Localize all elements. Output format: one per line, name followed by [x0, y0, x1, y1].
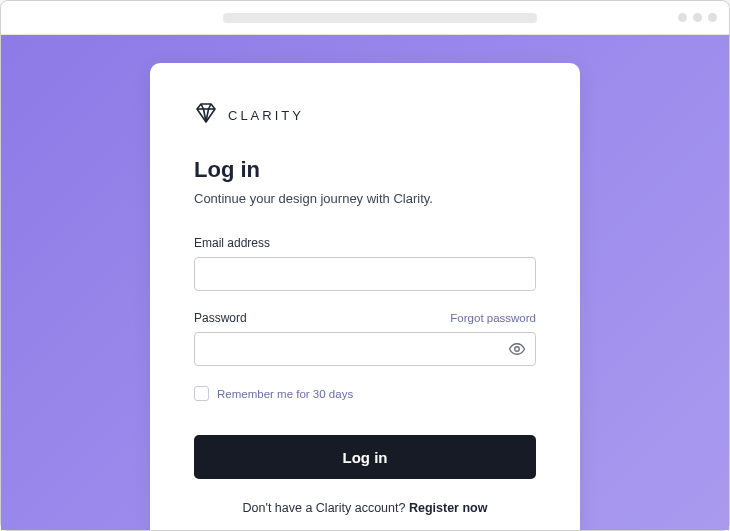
eye-icon[interactable]: [508, 340, 526, 358]
page-title: Log in: [194, 157, 536, 183]
svg-point-0: [515, 347, 520, 352]
window-control-dot[interactable]: [693, 13, 702, 22]
brand-name: CLARITY: [228, 108, 304, 123]
signup-prompt: Don't have a Clarity account? Register n…: [194, 501, 536, 515]
login-card: CLARITY Log in Continue your design jour…: [150, 63, 580, 530]
email-field[interactable]: [194, 257, 536, 291]
signup-prompt-text: Don't have a Clarity account?: [243, 501, 409, 515]
window-control-dot[interactable]: [708, 13, 717, 22]
window-control-dot[interactable]: [678, 13, 687, 22]
forgot-password-link[interactable]: Forgot password: [450, 312, 536, 324]
browser-toolbar: [1, 1, 729, 35]
remember-checkbox[interactable]: [194, 386, 209, 401]
email-label: Email address: [194, 236, 270, 250]
browser-window: CLARITY Log in Continue your design jour…: [0, 0, 730, 531]
register-link[interactable]: Register now: [409, 501, 488, 515]
url-bar[interactable]: [223, 13, 537, 23]
brand: CLARITY: [194, 101, 536, 129]
window-controls: [678, 13, 717, 22]
remember-label: Remember me for 30 days: [217, 388, 353, 400]
login-button[interactable]: Log in: [194, 435, 536, 479]
password-field[interactable]: [194, 332, 536, 366]
diamond-icon: [194, 101, 218, 129]
page-viewport: CLARITY Log in Continue your design jour…: [1, 35, 729, 530]
password-label: Password: [194, 311, 247, 325]
page-subtitle: Continue your design journey with Clarit…: [194, 191, 536, 206]
